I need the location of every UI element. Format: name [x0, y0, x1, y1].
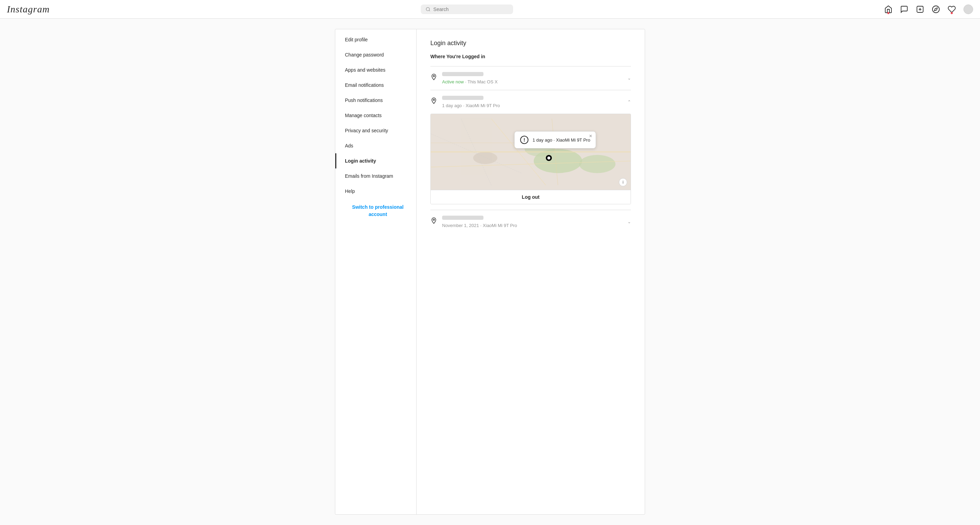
sidebar-item-emails-instagram[interactable]: Emails from Instagram — [335, 169, 416, 184]
svg-point-8 — [433, 99, 434, 100]
entry1-blurred-name — [442, 72, 484, 76]
entry1-chevron-down-icon[interactable]: ⌄ — [627, 76, 631, 81]
sidebar-item-push-notifications[interactable]: Push notifications — [335, 93, 416, 108]
entry2-blurred-name — [442, 96, 484, 100]
heart-dot — [951, 12, 953, 14]
svg-point-13 — [473, 152, 497, 164]
sidebar-item-manage-contacts[interactable]: Manage contacts — [335, 108, 416, 123]
compass-icon[interactable] — [932, 5, 940, 13]
svg-point-22 — [547, 156, 550, 159]
avatar[interactable] — [964, 5, 973, 14]
svg-line-1 — [429, 10, 430, 11]
map-tooltip: ✕ ! 1 day ago · XiaoMi Mi 9T Pro — [514, 131, 596, 148]
login-entry-1: Active now · This Mac OS X ⌄ — [430, 66, 631, 90]
entry1-device: This Mac OS X — [468, 79, 498, 84]
svg-point-11 — [579, 155, 616, 173]
sidebar-item-email-notifications[interactable]: Email notifications — [335, 78, 416, 93]
login-entry-1-header[interactable]: Active now · This Mac OS X ⌄ — [430, 72, 631, 84]
map-background: ✕ ! 1 day ago · XiaoMi Mi 9T Pro i — [431, 114, 631, 190]
sidebar-item-privacy-security[interactable]: Privacy and security — [335, 123, 416, 138]
entry3-device: XiaoMi Mi 9T Pro — [483, 223, 517, 228]
logged-in-heading: Where You're Logged in — [430, 54, 631, 59]
login-entry-3: November 1, 2021 · XiaoMi Mi 9T Pro ⌄ — [430, 210, 631, 234]
sidebar: Edit profile Change password Apps and we… — [335, 29, 417, 514]
sidebar-item-help[interactable]: Help — [335, 184, 416, 199]
svg-marker-6 — [934, 8, 937, 10]
heart-icon[interactable] — [948, 5, 956, 13]
settings-container: Edit profile Change password Apps and we… — [335, 29, 645, 515]
sidebar-item-edit-profile[interactable]: Edit profile — [335, 32, 416, 47]
map-container: ✕ ! 1 day ago · XiaoMi Mi 9T Pro i Log o… — [430, 114, 631, 204]
home-dot — [887, 12, 889, 14]
home-icon[interactable] — [884, 5, 892, 13]
content-area: Login activity Where You're Logged in — [417, 29, 645, 514]
tooltip-text: 1 day ago · XiaoMi Mi 9T Pro — [533, 137, 590, 143]
add-icon[interactable] — [916, 5, 924, 13]
entry3-blurred-name — [442, 216, 484, 220]
svg-point-5 — [932, 6, 939, 13]
entry1-status: Active now — [442, 79, 464, 84]
login-entry-3-header[interactable]: November 1, 2021 · XiaoMi Mi 9T Pro ⌄ — [430, 216, 631, 228]
warning-icon: ! — [520, 136, 528, 144]
svg-point-7 — [433, 75, 434, 76]
entry3-sep: · — [480, 223, 483, 228]
tooltip-close-button[interactable]: ✕ — [589, 134, 592, 138]
location-pin-icon-2 — [430, 97, 437, 107]
sidebar-item-login-activity[interactable]: Login activity — [335, 153, 416, 169]
entry2-device: XiaoMi Mi 9T Pro — [466, 103, 500, 108]
search-bar[interactable] — [421, 5, 513, 14]
entry3-chevron-down-icon[interactable]: ⌄ — [627, 220, 631, 224]
login-entry-2-header[interactable]: 1 day ago · XiaoMi Mi 9T Pro ⌃ — [430, 96, 631, 108]
sidebar-item-apps-websites[interactable]: Apps and websites — [335, 62, 416, 78]
switch-to-professional-button[interactable]: Switch to professionalaccount — [335, 199, 416, 223]
search-icon — [426, 6, 431, 12]
svg-point-23 — [433, 219, 434, 220]
entry2-chevron-up-icon[interactable]: ⌃ — [627, 100, 631, 104]
header-icons — [884, 5, 973, 14]
logo: Instagram — [7, 4, 49, 15]
entry3-time: November 1, 2021 — [442, 223, 479, 228]
map-info-button[interactable]: i — [619, 178, 627, 186]
main-layout: Edit profile Change password Apps and we… — [0, 19, 980, 525]
sidebar-item-change-password[interactable]: Change password — [335, 47, 416, 62]
entry1-separator: · — [465, 79, 468, 84]
search-input[interactable] — [433, 6, 509, 12]
sidebar-item-ads[interactable]: Ads — [335, 138, 416, 153]
header: Instagram — [0, 0, 980, 19]
messenger-icon[interactable] — [900, 5, 908, 13]
location-pin-icon-3 — [430, 217, 437, 227]
entry2-time: 1 day ago — [442, 103, 462, 108]
svg-point-0 — [426, 7, 430, 11]
location-pin-icon-1 — [430, 73, 437, 83]
page-title: Login activity — [430, 40, 631, 47]
map-svg — [431, 114, 631, 190]
login-entry-2: 1 day ago · XiaoMi Mi 9T Pro ⌃ — [430, 90, 631, 210]
logout-button[interactable]: Log out — [431, 190, 631, 204]
